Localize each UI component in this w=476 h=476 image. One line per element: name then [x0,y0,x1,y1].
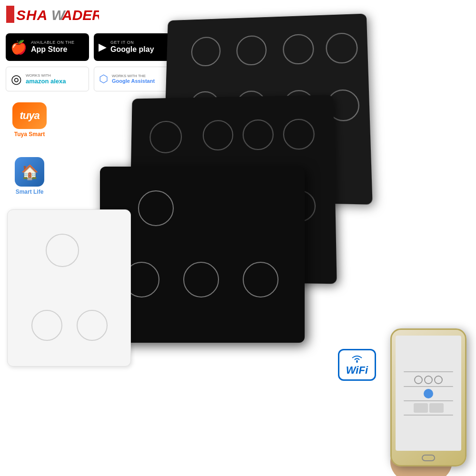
alexa-badge: ◎ WORKS WITH amazon alexa [6,67,89,91]
switch-circle-3[interactable] [283,34,314,65]
brand-logo-svg: SHA W ADER [4,4,99,25]
switch-mid-circle-2[interactable] [203,120,233,150]
tuya-logo: tuya [12,102,47,129]
alexa-icon: ◎ [11,72,22,87]
svg-text:SHA: SHA [16,7,48,23]
switch-front-circle-4[interactable] [243,262,278,298]
phone-screen [396,336,461,451]
svg-point-4 [356,361,358,363]
svg-text:ADER: ADER [61,7,99,23]
google-assistant-icon: ⬡ [99,73,108,85]
wifi-waves-icon [350,353,364,364]
switch-white-circle-1[interactable] [46,234,79,267]
switch-white-circle-2[interactable] [31,310,62,341]
switch-white-circle-3[interactable] [77,310,108,341]
smartlife-icon: 🏠 [15,157,44,187]
switch-mid-circle-1[interactable] [149,121,182,154]
google-assistant-badge: ⬡ works with the Google Assistant [94,67,177,91]
phone-body [390,328,466,466]
google-play-text: Get it on Google play [110,40,154,54]
phone-mockup [381,314,466,466]
svg-marker-0 [6,6,14,23]
switch-mid-circle-3[interactable] [243,119,274,150]
apple-icon: 🍎 [10,40,27,55]
phone-home-button[interactable] [422,455,435,461]
app-store-text: Available on the App Store [31,40,75,54]
app-ui-content [396,336,461,451]
switch-white [7,209,131,367]
switch-circle-2[interactable] [237,35,267,66]
switch-mid-circle-4[interactable] [283,119,315,149]
wifi-badge: WiFi [338,349,376,381]
switch-circle-4[interactable] [326,32,358,64]
google-play-badge[interactable]: ▶ Get it on Google play [94,33,177,61]
switch-circle-1[interactable] [191,37,220,67]
app-store-badge[interactable]: 🍎 Available on the App Store [6,33,89,61]
switch-front-circle-3[interactable] [183,262,219,298]
google-play-icon: ▶ [99,41,107,53]
switch-front-circle-1[interactable] [138,190,174,226]
brand-logo-area: SHA W ADER [4,4,99,25]
wifi-label: WiFi [346,364,368,377]
tuya-badge: tuya Tuya Smart [6,102,53,138]
smartlife-badge: 🏠 Smart Life [6,157,53,195]
